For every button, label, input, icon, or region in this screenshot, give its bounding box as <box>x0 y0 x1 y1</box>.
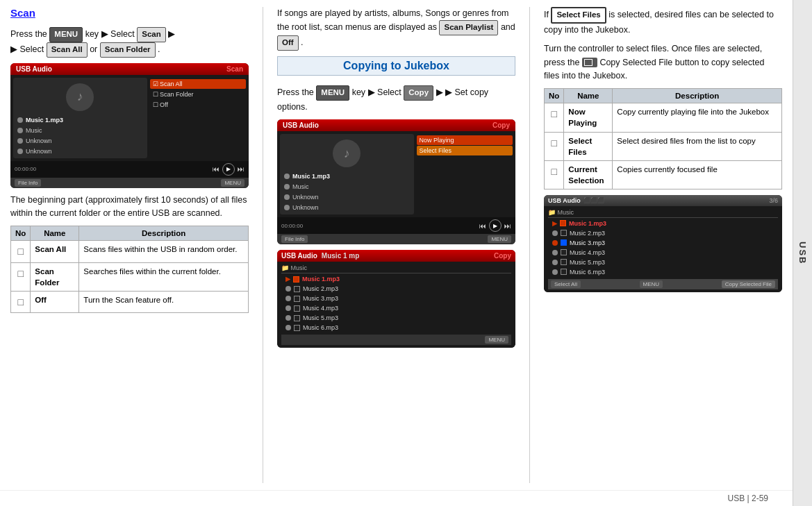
scan-screen-title: USB Audio <box>16 65 52 73</box>
list-item: Music 5.mp3 <box>284 314 508 322</box>
select-all-btn[interactable]: Select All <box>551 280 581 288</box>
select-screen-body: 📁 Music ▶ Music 1.mp3 Music 2.mp3 <box>544 206 782 292</box>
copy-row3-desc: Copies currently focused file <box>613 160 782 189</box>
music-icon-3 <box>17 138 23 144</box>
select-folder-label: 📁 Music <box>548 209 778 218</box>
or-text: or <box>90 44 97 54</box>
scan-button[interactable]: Scan <box>137 27 166 42</box>
copy-folder-label: 📁 Music <box>281 264 511 273</box>
scan-select-text: ▶ Select <box>10 44 44 54</box>
copy-screen1-time: 00:00:00 <box>281 223 303 229</box>
copy-song-list: ▶ Music 1.mp3 Music 2.mp3 Music <box>281 273 511 333</box>
col2-intro: If songs are played by artists, albums, … <box>277 7 515 51</box>
table-row: □ Scan All Scans files within the USB in… <box>11 241 249 262</box>
song-icon-5 <box>285 315 291 321</box>
copy-screen2-header: USB Audio Music 1 mp Copy <box>277 250 515 262</box>
scan-menu-scan-all: ☑ Scan All <box>150 79 246 89</box>
select-icon-5 <box>552 260 558 265</box>
copy-screen2-menu-btn: MENU <box>485 336 508 344</box>
copy-row2-no: □ <box>545 132 564 160</box>
song-icon-2 <box>285 286 291 292</box>
main-content: Scan Press the MENU key ▶ Select Scan ▶ … <box>0 0 793 506</box>
copy-next-btn: ⏭ <box>504 222 511 230</box>
list-item: Music 5.mp3 <box>551 258 775 267</box>
copy-file-info-btn: File Info <box>281 235 308 243</box>
scan-row2-no: □ <box>11 262 31 291</box>
list-item: ▶ Music 1.mp3 <box>284 275 508 283</box>
scan-screen-body: ♪ Music 1.mp3 Music Unknown <box>10 75 249 161</box>
scan-row1-name: Scan All <box>31 241 79 262</box>
select-checkbox-2[interactable] <box>561 230 567 236</box>
col3-select: If Select Files is selected, desired fil… <box>544 7 782 483</box>
scan-all-button[interactable]: Scan All <box>47 42 88 58</box>
list-item: Music 2.mp3 <box>284 285 508 293</box>
scan-row2-desc: Searches files within the current folder… <box>79 262 249 291</box>
prev-btn: ⏮ <box>213 165 219 173</box>
copy-screen1-body: ♪ Music 1.mp3 Music Unknown <box>277 131 515 217</box>
select-checkbox-6[interactable] <box>561 269 567 275</box>
copy-th-no: No <box>545 89 564 103</box>
music-icon-4 <box>17 149 23 154</box>
scan-folder-button[interactable]: Scan Folder <box>100 42 156 58</box>
col2-para1: Press the MENU key ▶ Select Copy ▶ ▶ Set… <box>277 85 515 114</box>
table-row: □ Scan Folder Searches files within the … <box>11 262 249 291</box>
menu-footer-btn: MENU <box>221 179 245 187</box>
copy-screen1-footer: File Info MENU <box>277 234 515 244</box>
music-icon-1 <box>17 117 23 123</box>
list-item: Music 6.mp3 <box>284 323 508 332</box>
scan-screen-footer: File Info MENU <box>10 178 249 188</box>
copy-menu-now-playing: Now Playing <box>417 135 513 145</box>
select-checkbox-1[interactable] <box>560 220 566 226</box>
scan-table-header-row: No Name Description <box>11 226 249 241</box>
list-item: Music 4.mp3 <box>284 304 508 312</box>
col2-period: . <box>301 37 303 47</box>
scan-file-4: Unknown <box>16 147 144 155</box>
scan-period: . <box>158 44 160 54</box>
copy-th-desc: Description <box>613 89 782 103</box>
copy-music-icon-4 <box>284 205 290 210</box>
off-button[interactable]: Off <box>277 35 299 51</box>
copy-row1-no: □ <box>545 103 564 132</box>
select-checkbox-5[interactable] <box>561 259 567 265</box>
table-row: □ Current Selection Copies currently foc… <box>545 160 782 189</box>
menu-button-1[interactable]: MENU <box>49 27 83 42</box>
copy-album-art: ♪ <box>333 140 361 167</box>
copy-music-icon-3 <box>284 194 290 200</box>
song-icon-6 <box>285 325 291 330</box>
copy-selected-file-btn[interactable]: Copy Selected File <box>722 280 775 288</box>
copy-button[interactable]: Copy <box>404 85 433 101</box>
scan-row1-no: □ <box>11 241 31 262</box>
scan-table-body: □ Scan All Scans files within the USB in… <box>11 241 249 313</box>
select-icon-3 <box>552 240 558 246</box>
scan-th-name: Name <box>31 226 79 241</box>
divider-1 <box>263 7 263 483</box>
scan-file-3: Unknown <box>16 137 144 145</box>
copy-row3-name: Current Selection <box>564 160 613 189</box>
list-item: Music 6.mp3 <box>551 268 775 276</box>
copy-music-icon-2 <box>284 184 290 189</box>
copy-screen1-left: ♪ Music 1.mp3 Music Unknown <box>280 134 414 214</box>
select-icon-2 <box>552 230 558 236</box>
play-btn-circle: ▶ <box>222 163 235 176</box>
select-checkbox-3[interactable] <box>561 239 567 246</box>
scan-press-text: Press the <box>10 29 47 39</box>
select-checkbox-4[interactable] <box>561 249 567 255</box>
song-checkbox-1 <box>293 276 299 282</box>
copy-menu-footer-btn: MENU <box>488 235 511 243</box>
copy-file-3: Unknown <box>283 193 411 201</box>
copy-ctrl-btns: ⏮ ▶ ⏭ <box>479 219 511 232</box>
copy-row2-name: Select Files <box>564 132 613 160</box>
copy-row2-desc: Select desired files from the list to co… <box>613 132 782 160</box>
menu-button-2[interactable]: MENU <box>316 85 349 101</box>
copy-selected-icon <box>582 58 597 67</box>
select-files-button[interactable]: Select Files <box>551 7 606 24</box>
col1-scan: Scan Press the MENU key ▶ Select Scan ▶ … <box>10 7 249 483</box>
content-area: Scan Press the MENU key ▶ Select Scan ▶ … <box>0 0 793 490</box>
page-number: USB | 2-59 <box>728 494 768 503</box>
copy-table-body: □ Now Playing Copy currently playing fil… <box>545 103 782 189</box>
scan-table-head: No Name Description <box>11 226 249 241</box>
scan-screen-controls: 00:00:00 ⏮ ▶ ⏭ <box>10 161 249 178</box>
copy-row1-name: Now Playing <box>564 103 613 132</box>
scan-playlist-button[interactable]: Scan Playlist <box>439 20 498 35</box>
scan-menu-off: ☐ Off <box>150 100 246 110</box>
